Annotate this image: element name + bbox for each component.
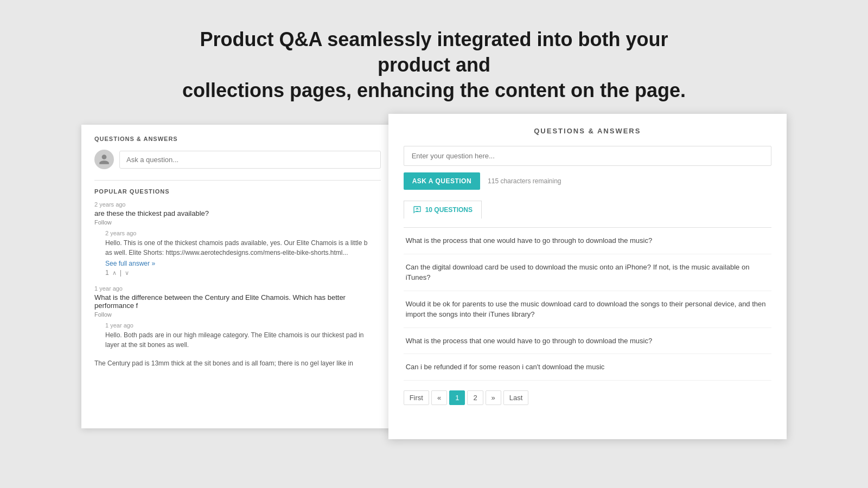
headline: Product Q&A seamlessly integrated into b… [108,0,760,119]
left-panel: QUESTIONS & ANSWERS POPULAR QUESTIONS 2 … [81,125,394,428]
pagination-row: First « 1 2 » Last [404,390,771,405]
questions-icon [413,206,422,214]
vote-up-1[interactable]: ∧ [112,269,117,277]
headline-line2: collections pages, enhancing the content… [182,79,686,101]
answer-block-1: 2 years ago Hello. This is one of the th… [105,230,381,277]
questions-tab-row: 10 QUESTIONS [404,201,771,219]
answer-text-1a: Hello. This is one of the thickest chamo… [105,238,371,248]
avatar [94,150,114,169]
answer-text-1b: as well. Elite Shorts: https://www.aerot… [105,248,371,258]
question-meta-2: 1 year ago [94,285,381,292]
ask-input-left[interactable] [119,151,381,169]
page-1-button[interactable]: 1 [449,390,465,405]
ask-question-row [94,150,381,169]
qa-item-5: Can i be refunded if for some reason i c… [404,354,771,381]
questions-tab[interactable]: 10 QUESTIONS [404,201,482,219]
question-input-right[interactable] [404,146,771,166]
answer-meta-1: 2 years ago [105,230,381,236]
question-meta-1: 2 years ago [94,201,381,208]
chars-remaining: 115 characters remaining [488,177,561,185]
answer-text-2b: layer at the sit bones as well. [105,340,371,350]
vote-down-1[interactable]: ∨ [125,269,129,277]
page-first-button[interactable]: First [404,390,429,405]
questions-tab-label: 10 QUESTIONS [425,206,473,214]
question-text-1: are these the thickest pad available? [94,209,381,217]
answer-meta-2: 1 year ago [105,322,381,329]
left-panel-header: QUESTIONS & ANSWERS [94,136,381,142]
vote-divider-1: | [120,269,122,277]
answer-text-2a: Hello. Both pads are in our high mileage… [105,330,371,340]
see-full-answer-1[interactable]: See full answer » [105,260,381,267]
answer-text-3: The Century pad is 13mm thick at the sit… [94,358,360,368]
headline-line1: Product Q&A seamlessly integrated into b… [200,28,668,76]
qa-list: What is the process that one would have … [404,227,771,381]
vote-count-1: 1 [105,269,109,277]
answer-block-2: 1 year ago Hello. Both pads are in our h… [105,322,381,350]
follow-link-1[interactable]: Follow [94,219,381,226]
question-text-2: What is the difference between the Centu… [94,293,381,310]
ask-question-button[interactable]: ASK A QUESTION [404,172,480,190]
qa-item-3: Would it be ok for parents to use the mu… [404,291,771,328]
right-panel-header: QUESTIONS & ANSWERS [404,127,771,135]
page-2-button[interactable]: 2 [467,390,483,405]
popular-questions-label: POPULAR QUESTIONS [94,180,381,195]
page-last-button[interactable]: Last [503,390,529,405]
question-item-3: The Century pad is 13mm thick at the sit… [94,358,381,368]
question-item-2: 1 year ago What is the difference betwee… [94,285,381,350]
right-panel: QUESTIONS & ANSWERS ASK A QUESTION 115 c… [388,114,787,439]
page-next-button[interactable]: » [486,390,501,405]
qa-item-1: What is the process that one would have … [404,228,771,254]
ask-btn-row: ASK A QUESTION 115 characters remaining [404,172,771,190]
qa-item-2: Can the digital download card be used to… [404,254,771,291]
vote-row-1: 1 ∧ | ∨ [105,269,381,277]
panels-container: QUESTIONS & ANSWERS POPULAR QUESTIONS 2 … [81,125,787,439]
follow-link-2[interactable]: Follow [94,311,381,318]
page-prev-button[interactable]: « [431,390,447,405]
question-item-1: 2 years ago are these the thickest pad a… [94,201,381,277]
qa-item-4: What is the process that one would have … [404,328,771,355]
